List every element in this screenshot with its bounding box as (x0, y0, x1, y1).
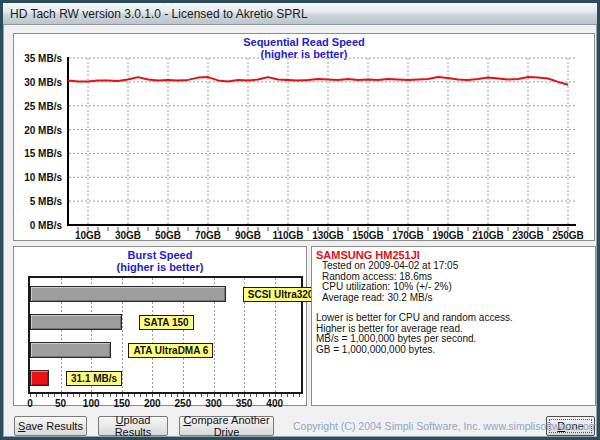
upload-results-button[interactable]: Upload Results (98, 416, 168, 436)
burst-bar-label: ATA UltraDMA 6 (128, 343, 213, 358)
seq-read-chart (66, 56, 576, 232)
burst-x-axis-label: 400 (260, 398, 290, 409)
save-label: ave Results (25, 420, 82, 432)
drive-detail-line: Average read: 30.2 MB/s (316, 293, 591, 304)
burst-x-axis-label: 0 (15, 398, 45, 409)
window-title: HD Tach RW version 3.0.1.0 - Licensed to… (10, 7, 308, 21)
x-axis-label: 110GB (268, 230, 308, 241)
drive-note-line: MB/s = 1,000,000 bytes per second. (316, 334, 591, 345)
drive-info-panel: SAMSUNG HM251JI Tested on 2009-04-02 at … (311, 246, 596, 406)
drive-note-line: GB = 1,000,000,000 bytes. (316, 345, 591, 356)
burst-bar-label: SCSI Ultra320 (243, 287, 319, 302)
x-axis-label: 50GB (148, 230, 188, 241)
title-bar[interactable]: HD Tach RW version 3.0.1.0 - Licensed to… (3, 3, 597, 25)
y-axis-label: 30 MB/s (14, 77, 62, 88)
x-axis-label: 150GB (348, 230, 388, 241)
y-axis-label: 5 MB/s (14, 196, 62, 207)
copyright-text: Copyright (C) 2004 Simpli Software, Inc.… (293, 420, 538, 432)
burst-speed-panel: Burst Speed (higher is better) SCSI Ultr… (13, 246, 307, 406)
burst-x-axis-label: 100 (76, 398, 106, 409)
burst-x-axis-label: 250 (168, 398, 198, 409)
burst-x-axis-label: 350 (229, 398, 259, 409)
x-axis-label: 170GB (388, 230, 428, 241)
y-axis-label: 35 MB/s (14, 53, 62, 64)
compare-another-drive-button[interactable]: Compare Another Drive (179, 416, 274, 436)
x-axis-label: 130GB (308, 230, 348, 241)
burst-chart-plot: SCSI Ultra320SATA 150ATA UltraDMA 631.1 … (28, 276, 303, 394)
drive-detail-line: CPU utilization: 10% (+/- 2%) (316, 282, 591, 293)
x-axis-label: 70GB (188, 230, 228, 241)
seq-chart-title: Sequential Read Speed (14, 37, 594, 48)
y-axis-label: 10 MB/s (14, 172, 62, 183)
y-axis-label: 25 MB/s (14, 101, 62, 112)
drive-detail-line: Tested on 2009-04-02 at 17:05 (316, 261, 591, 272)
burst-x-axis-label: 50 (46, 398, 76, 409)
y-axis-label: 0 MB/s (14, 220, 62, 231)
burst-x-axis-label: 150 (107, 398, 137, 409)
client-area: Sequential Read Speed (higher is better)… (6, 28, 600, 440)
burst-chart-title: Burst Speed (14, 250, 306, 261)
drive-note-line: Lower is better for CPU and random acces… (316, 313, 591, 324)
x-axis-label: 210GB (468, 230, 508, 241)
burst-bar (30, 314, 122, 330)
compare-label: ompare Another Drive (191, 414, 269, 438)
burst-bar (30, 342, 111, 358)
drive-info-lines: Tested on 2009-04-02 at 17:05Random acce… (316, 261, 591, 355)
x-axis-label: 190GB (428, 230, 468, 241)
burst-bar (30, 286, 226, 302)
burst-x-axis-label: 300 (199, 398, 229, 409)
x-axis-label: 250GB (548, 230, 588, 241)
x-axis-label: 30GB (108, 230, 148, 241)
y-axis-label: 15 MB/s (14, 148, 62, 159)
burst-bar (30, 370, 49, 386)
upload-accel: U (116, 414, 124, 426)
y-axis-label: 20 MB/s (14, 125, 62, 136)
x-axis-label: 230GB (508, 230, 548, 241)
burst-bar-label: 31.1 MB/s (66, 371, 122, 386)
x-axis-label: 90GB (228, 230, 268, 241)
burst-chart-subtitle: (higher is better) (14, 262, 306, 273)
save-results-button[interactable]: Save Results (14, 416, 87, 436)
burst-axis-ticks (30, 394, 301, 397)
x-axis-label: 10GB (68, 230, 108, 241)
sequential-read-panel: Sequential Read Speed (higher is better)… (13, 33, 595, 241)
burst-x-axis-label: 200 (137, 398, 167, 409)
app-window: HD Tach RW version 3.0.1.0 - Licensed to… (0, 0, 600, 440)
burst-bar-label: SATA 150 (139, 315, 194, 330)
